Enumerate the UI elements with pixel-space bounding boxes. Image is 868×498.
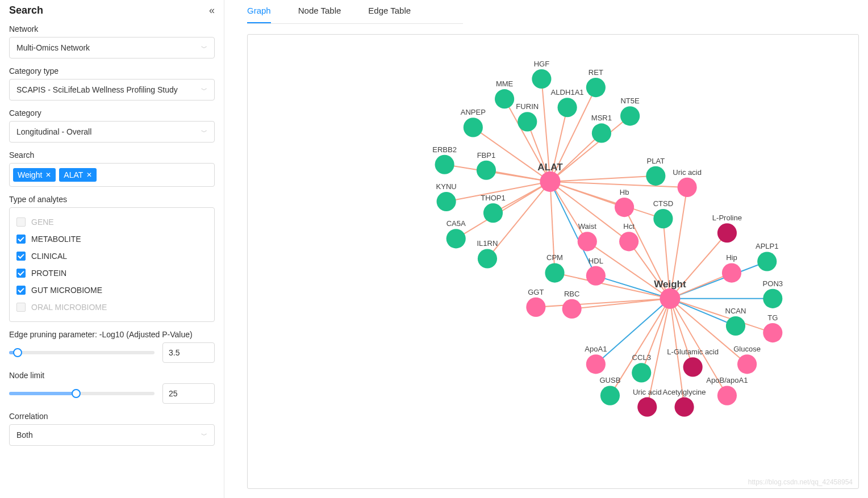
analyte-row: ORAL MICROBIOME — [16, 299, 207, 316]
graph-node[interactable] — [435, 155, 454, 174]
graph-node[interactable] — [464, 118, 483, 137]
tab-graph[interactable]: Graph — [247, 0, 271, 23]
graph-node[interactable] — [532, 69, 551, 89]
graph-node[interactable] — [540, 171, 560, 192]
graph-node[interactable] — [477, 161, 496, 180]
edge-pruning-slider[interactable] — [9, 351, 155, 354]
graph-node[interactable] — [646, 166, 665, 186]
graph-node[interactable] — [586, 354, 606, 374]
slider-handle[interactable] — [13, 348, 22, 357]
analyte-checkbox — [16, 217, 26, 227]
close-icon[interactable]: ✕ — [86, 171, 92, 179]
graph-node[interactable] — [558, 98, 577, 117]
graph-node[interactable] — [586, 266, 606, 286]
graph-node[interactable] — [446, 229, 466, 248]
close-icon[interactable]: ✕ — [45, 171, 51, 179]
graph-node[interactable] — [674, 397, 694, 417]
graph-edge[interactable] — [550, 176, 656, 182]
graph-node[interactable] — [660, 288, 680, 309]
graph-node[interactable] — [653, 209, 673, 228]
graph-node[interactable] — [726, 316, 745, 336]
correlation-select[interactable]: Both ﹀ — [9, 424, 215, 446]
graph-node-label: Hct — [623, 222, 635, 231]
graph-area[interactable]: HGFRETMMEALDH1A1NT5EANPEPFURINMSR1ERBB2F… — [247, 34, 859, 489]
analyte-checkbox[interactable] — [16, 286, 26, 295]
search-tag[interactable]: ALAT✕ — [59, 168, 97, 182]
graph-node-label: ANPEP — [461, 108, 486, 116]
graph-node[interactable] — [592, 123, 611, 143]
graph-node[interactable] — [637, 397, 657, 417]
category-select[interactable]: Longitudinal - Overall ﹀ — [9, 121, 215, 143]
graph-node-label: MSR1 — [591, 114, 612, 122]
category-type-label: Category type — [9, 66, 215, 76]
graph-node[interactable] — [600, 386, 620, 405]
graph-node-label: PLAT — [647, 157, 665, 165]
graph-node[interactable] — [586, 78, 606, 97]
search-input[interactable]: Weight✕ALAT✕ — [9, 163, 215, 187]
graph-node[interactable] — [722, 263, 741, 283]
graph-node[interactable] — [757, 252, 777, 271]
graph-node[interactable] — [763, 323, 782, 342]
graph-node[interactable] — [526, 298, 545, 317]
analyte-checkbox[interactable] — [16, 235, 26, 244]
graph-edge[interactable] — [670, 299, 773, 333]
graph-node[interactable] — [619, 232, 639, 251]
graph-node[interactable] — [478, 249, 497, 268]
graph-node[interactable] — [562, 299, 582, 319]
graph-node[interactable] — [683, 357, 703, 376]
graph-node-label: FBP1 — [477, 151, 496, 160]
node-limit-slider[interactable] — [9, 392, 155, 395]
category-type-select[interactable]: SCAPIS - SciLifeLab Wellness Profiling S… — [9, 79, 215, 101]
analyte-row: CLINICAL — [16, 248, 207, 265]
network-label: Network — [9, 24, 215, 34]
graph-node[interactable] — [678, 178, 697, 197]
analyte-label: GUT MICROBIOME — [31, 286, 102, 295]
graph-edge[interactable] — [550, 133, 601, 181]
graph-node[interactable] — [717, 386, 737, 405]
graph-edge[interactable] — [629, 241, 670, 298]
graph-node-label: APLP1 — [756, 242, 779, 250]
tab-node-table[interactable]: Node Table — [298, 0, 341, 23]
analyte-checkbox[interactable] — [16, 269, 26, 278]
graph-node-label: Uric acid — [673, 168, 702, 177]
graph-node[interactable] — [483, 203, 503, 223]
node-limit-label: Node limit — [9, 371, 215, 380]
analytes-panel: GENEMETABOLITECLINICALPROTEINGUT MICROBI… — [9, 207, 215, 322]
graph-node[interactable] — [495, 89, 514, 108]
node-limit-value[interactable]: 25 — [162, 383, 215, 404]
graph-node[interactable] — [763, 289, 782, 308]
graph-node[interactable] — [737, 354, 757, 374]
graph-node-label: RBC — [564, 290, 580, 298]
collapse-icon[interactable]: « — [209, 5, 215, 16]
tabs: GraphNode TableEdge Table — [247, 0, 463, 24]
graph-node-label: ApoB/apoA1 — [706, 376, 748, 384]
graph-node-label: ALAT — [537, 162, 563, 173]
graph-edge[interactable] — [550, 182, 687, 187]
main: GraphNode TableEdge Table HGFRETMMEALDH1… — [224, 0, 868, 498]
graph-edge[interactable] — [550, 182, 587, 241]
graph-node-label: L-Glutamic acid — [667, 348, 719, 356]
graph-node[interactable] — [437, 192, 456, 211]
graph-node[interactable] — [518, 112, 537, 131]
search-tag[interactable]: Weight✕ — [13, 168, 56, 182]
graph-node-label: MME — [496, 79, 514, 88]
analyte-checkbox[interactable] — [16, 252, 26, 261]
graph-edge[interactable] — [550, 182, 663, 219]
network-value: Multi-Omics Network — [16, 43, 90, 52]
graph-node[interactable] — [615, 198, 634, 217]
graph-node[interactable] — [717, 223, 737, 242]
tab-edge-table[interactable]: Edge Table — [368, 0, 411, 23]
analyte-label: CLINICAL — [31, 252, 67, 261]
graph-node[interactable] — [545, 263, 564, 283]
network-graph[interactable]: HGFRETMMEALDH1A1NT5EANPEPFURINMSR1ERBB2F… — [248, 35, 858, 488]
graph-node[interactable] — [620, 106, 640, 125]
graph-node-label: RET — [589, 68, 603, 77]
network-select[interactable]: Multi-Omics Network ﹀ — [9, 37, 215, 58]
graph-node[interactable] — [632, 363, 651, 382]
graph-node[interactable] — [578, 232, 597, 251]
slider-handle[interactable] — [72, 389, 81, 398]
graph-node-label: Hb — [620, 188, 629, 196]
analyte-checkbox — [16, 303, 26, 312]
edge-pruning-value[interactable]: 3.5 — [162, 342, 215, 363]
graph-node-label: L-Proline — [712, 214, 742, 222]
